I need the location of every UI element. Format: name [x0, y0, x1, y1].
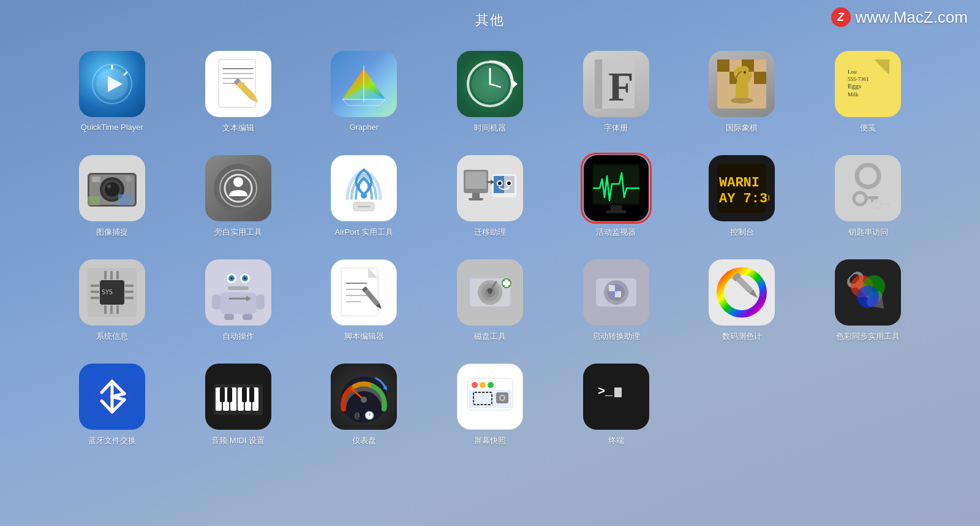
app-item-voiceover[interactable]: 旁白实用工具	[175, 146, 301, 244]
timemachine-icon	[462, 56, 518, 112]
airport-icon	[336, 161, 391, 216]
app-icon-voiceover	[205, 155, 271, 221]
app-icon-screenshot	[457, 364, 523, 430]
app-item-audiomidi[interactable]: 音频 MIDI 设置	[175, 354, 301, 452]
svg-rect-29	[717, 59, 729, 72]
app-icon-digitalcolor	[709, 259, 775, 326]
app-item-timemachine[interactable]: 时间机器	[427, 42, 553, 140]
app-icon-stickies: Lou 555-7361 Eggs Milk	[835, 51, 901, 117]
svg-rect-65	[472, 193, 480, 198]
imagecapture-icon	[85, 161, 140, 216]
svg-point-56	[214, 164, 263, 213]
app-icon-wrap-console: WARNI AY 7:36	[708, 154, 775, 222]
svg-point-85	[857, 165, 879, 187]
app-item-terminal[interactable]: >_ 终端	[553, 354, 679, 452]
app-item-sysinfo[interactable]: SYS 系统信息	[49, 250, 175, 348]
app-label-migration: 迁移助理	[474, 227, 506, 238]
app-label-stickies: 便笺	[860, 123, 876, 134]
app-icon-airport	[331, 155, 397, 221]
terminal-icon: >_	[589, 369, 644, 424]
svg-rect-103	[116, 271, 119, 280]
app-icon-wrap-audiomidi	[205, 363, 272, 430]
svg-point-86	[854, 192, 866, 205]
app-label-terminal: 终端	[608, 435, 624, 446]
app-icon-wrap-screenshot	[456, 363, 524, 430]
svg-rect-79	[611, 205, 622, 210]
watermark-url: www.MacZ.com	[856, 8, 968, 27]
app-icon-colorsync	[835, 259, 901, 326]
svg-point-38	[744, 71, 746, 74]
svg-rect-92	[888, 205, 889, 208]
app-item-fontbook[interactable]: F 字体册	[553, 42, 679, 140]
svg-point-114	[244, 277, 246, 280]
app-item-bootcamp[interactable]: 启动转换助理	[553, 250, 679, 348]
app-item-imagecapture[interactable]: 图像捕捉	[49, 146, 175, 244]
app-item-colorsync[interactable]: 色彩同步实用工具	[805, 250, 931, 348]
colorsync-icon	[840, 265, 895, 320]
app-icon-wrap-sysinfo: SYS	[78, 259, 146, 326]
app-label-timemachine: 时间机器	[474, 123, 506, 134]
svg-rect-149	[615, 285, 621, 291]
app-item-grapher[interactable]: Grapher	[301, 42, 427, 140]
svg-rect-26	[595, 59, 602, 109]
app-item-activitymonitor[interactable]: 活动监视器	[553, 146, 679, 244]
app-label-grapher: Grapher	[349, 123, 379, 132]
app-item-bluetooth[interactable]: 蓝牙文件交换	[49, 354, 175, 452]
app-label-bluetooth: 蓝牙文件交换	[88, 435, 136, 446]
svg-point-59	[233, 177, 243, 187]
app-item-digitalcolor[interactable]: 数码测色计	[679, 250, 805, 348]
automator-icon	[211, 265, 266, 320]
app-label-fontbook: 字体册	[604, 123, 628, 134]
app-icon-wrap-dashboard: @ 🕐	[330, 363, 398, 430]
app-item-chess[interactable]: 国际象棋	[679, 42, 805, 140]
app-icon-wrap-keychain	[834, 154, 902, 222]
migration-icon	[462, 161, 518, 216]
svg-rect-100	[125, 297, 134, 299]
app-item-diskutil[interactable]: 磁盘工具	[427, 250, 553, 348]
svg-text:>_: >_	[598, 384, 613, 398]
app-item-stickies[interactable]: Lou 555-7361 Eggs Milk 便笺	[805, 42, 931, 140]
dashboard-icon: @ 🕐	[336, 369, 391, 424]
app-item-automator[interactable]: 自动操作	[175, 250, 301, 348]
app-item-screenshot[interactable]: 屏幕快照	[427, 354, 553, 452]
app-item-dashboard[interactable]: @ 🕐 仪表盘	[301, 354, 427, 452]
svg-point-142	[488, 288, 492, 293]
grapher-icon	[336, 56, 391, 112]
app-icon-wrap-activitymonitor	[582, 154, 650, 222]
svg-point-185	[361, 397, 367, 403]
svg-rect-99	[125, 291, 134, 293]
app-label-dashboard: 仪表盘	[352, 435, 376, 446]
svg-point-152	[720, 271, 763, 314]
quicktime-icon	[91, 63, 134, 105]
svg-point-75	[507, 181, 511, 185]
chess-icon	[714, 56, 769, 112]
app-icon-wrap-migration	[456, 154, 524, 222]
svg-rect-199	[614, 387, 622, 397]
app-item-textedit[interactable]: 文本编辑	[175, 42, 301, 140]
app-label-diskutil: 磁盘工具	[474, 331, 506, 342]
svg-rect-148	[609, 285, 615, 291]
activitymonitor-icon	[589, 161, 644, 216]
app-item-keychain[interactable]: 钥匙串访问	[805, 146, 931, 244]
app-icon-wrap-textedit	[205, 50, 272, 118]
app-icon-fontbook: F	[583, 51, 649, 117]
app-item-scripteditor[interactable]: 脚本编辑器	[301, 250, 427, 348]
app-icon-wrap-quicktime	[78, 50, 146, 118]
app-icon-wrap-airport	[330, 154, 398, 222]
svg-rect-121	[224, 314, 234, 320]
app-item-quicktime[interactable]: QuickTime Player	[49, 42, 175, 140]
svg-rect-95	[91, 284, 99, 287]
fontbook-icon: F	[589, 56, 644, 112]
svg-line-18	[342, 99, 349, 105]
app-icon-timemachine	[457, 51, 523, 117]
app-item-airport[interactable]: AirPort 实用工具	[301, 146, 427, 244]
svg-text:SYS: SYS	[102, 289, 113, 295]
app-icon-automator	[205, 259, 271, 326]
app-item-migration[interactable]: 迁移助理	[427, 146, 553, 244]
app-icon-wrap-chess	[708, 50, 775, 118]
svg-point-113	[230, 277, 233, 280]
svg-rect-122	[243, 314, 252, 320]
svg-rect-98	[125, 284, 134, 287]
app-item-console[interactable]: WARNI AY 7:36 控制台	[679, 146, 805, 244]
svg-rect-97	[91, 297, 99, 299]
